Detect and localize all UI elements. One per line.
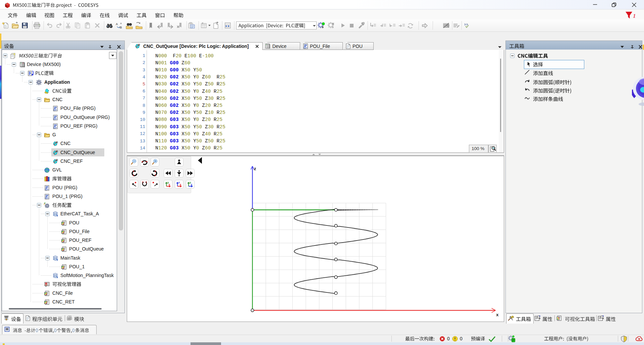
svg-text:z: z — [191, 183, 192, 186]
svg-text:x: x — [496, 312, 499, 317]
svg-text:x: x — [180, 183, 181, 186]
svg-text:z: z — [254, 166, 256, 171]
svg-text:x: x — [169, 183, 170, 186]
